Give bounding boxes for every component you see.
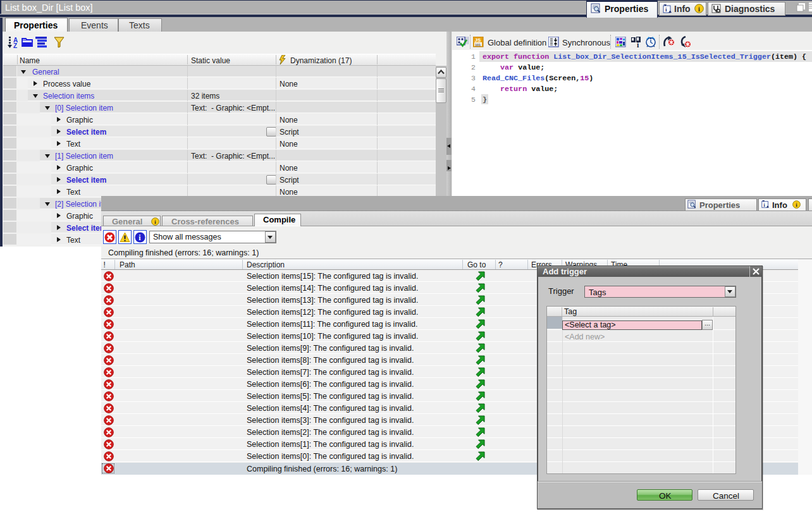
svg-text:Z: Z	[13, 42, 17, 49]
svg-text:101: 101	[475, 43, 481, 47]
svg-text:i: i	[698, 6, 700, 13]
